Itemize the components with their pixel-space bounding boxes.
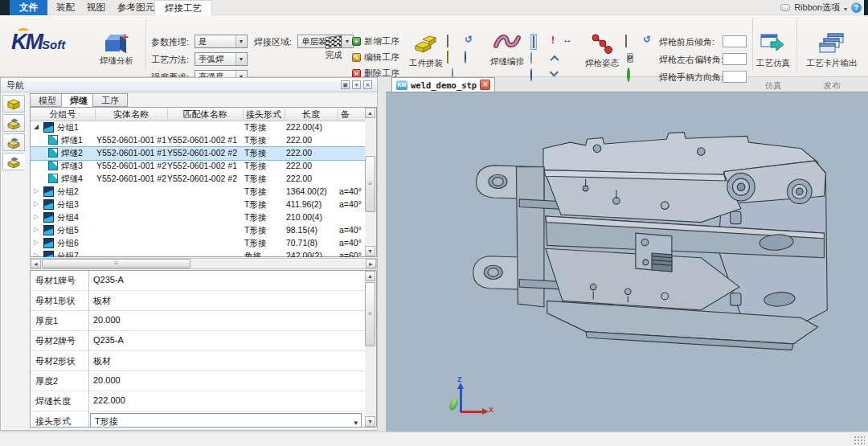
expander-icon[interactable] — [34, 187, 39, 194]
navigator-panel: 导航 ▣ ▾ ✕ 模型 焊缝 工序 分组号 实体名称 匹配体名称 接头形式 长度… — [0, 77, 378, 431]
3d-canvas[interactable]: Z X — [386, 92, 868, 432]
move-up-icon[interactable] — [551, 53, 558, 64]
table-row-weld4[interactable]: 焊缝4 Y552-0601-001 #2 Y552-0601-002 #2 T形… — [31, 173, 365, 186]
scroll-down-icon[interactable] — [365, 416, 375, 427]
group-icon — [43, 122, 54, 133]
group-icon — [43, 212, 54, 223]
tree-hscrollbar[interactable] — [30, 258, 377, 269]
edit-operation-button[interactable]: ✎编辑工序 — [352, 51, 399, 63]
plan-flag-icon[interactable] — [447, 35, 448, 47]
scroll-right-icon[interactable] — [366, 259, 376, 268]
scroll-down-icon[interactable] — [365, 246, 375, 256]
resize-grip[interactable] — [854, 436, 865, 444]
col-remark[interactable]: 备 — [338, 108, 365, 121]
scroll-up-icon[interactable] — [365, 108, 375, 118]
torch-yaw-input[interactable] — [723, 53, 747, 65]
prop-row[interactable]: 厚度1 20.000 — [31, 311, 365, 331]
weld-arrange-button[interactable]: 焊缝编排 — [485, 33, 529, 68]
prop-row[interactable]: 母材1形状 板材 — [31, 291, 365, 311]
status-bar — [0, 432, 868, 446]
arrange-ball-white-icon[interactable] — [530, 52, 532, 63]
tree-vscrollbar[interactable] — [365, 108, 376, 256]
plan-ball-blue-icon[interactable] — [465, 51, 466, 63]
table-row-group1[interactable]: 分组1 T形接 222.00(4) — [31, 121, 365, 134]
col-length[interactable]: 长度 — [285, 108, 338, 121]
table-row-group7[interactable]: 分组7 角接 242.00(2) a=60° — [31, 250, 365, 257]
axis-z-arrow — [460, 385, 462, 412]
expander-icon[interactable] — [34, 213, 39, 220]
strip-model-cube-button[interactable] — [2, 95, 25, 113]
tab-model[interactable]: 模型 — [30, 93, 65, 107]
process-simulation-button[interactable]: 工艺仿真 — [752, 33, 794, 69]
add-operation-button[interactable]: +新增工序 — [352, 35, 399, 47]
expander-icon[interactable] — [34, 252, 39, 257]
tab-process[interactable]: 工序 — [92, 93, 128, 107]
panel-pin-icon[interactable]: ▾ — [352, 80, 361, 89]
spray-icon[interactable] — [447, 51, 448, 63]
edit-icon: ✎ — [352, 53, 361, 62]
prop-row[interactable]: 母材2形状 板材 — [31, 351, 365, 371]
prop-vscrollbar[interactable] — [365, 271, 376, 427]
document-close-icon[interactable]: ✕ — [480, 80, 490, 90]
measure-icon[interactable]: ↔ — [563, 35, 572, 44]
joint-type-combo[interactable]: T形接 — [90, 413, 362, 428]
col-mate[interactable]: 匹配体名称 — [167, 108, 243, 121]
ribbon-options-dropdown-icon[interactable] — [844, 2, 847, 14]
prop-row[interactable]: 母材2牌号 Q235-A — [31, 331, 365, 351]
table-row-group4[interactable]: 分组4 T形接 210.00(4) — [31, 211, 365, 224]
document-tab[interactable]: KM weld_demo_stp ✕ — [391, 77, 495, 92]
table-row-group6[interactable]: 分组6 T形接 70.71(8) a=40° — [31, 237, 365, 250]
card-output-button[interactable]: 工艺卡片输出 — [800, 33, 863, 69]
tab-weld[interactable]: 焊缝 — [61, 93, 96, 107]
axis-x-label: X — [489, 406, 493, 414]
workpiece-assembly-icon — [413, 33, 439, 54]
arrange-flag-icon[interactable] — [530, 34, 537, 50]
plan-undo-icon[interactable]: ↺ — [465, 34, 473, 45]
torch-pitch-input[interactable] — [723, 35, 747, 47]
param-method-combo[interactable]: 手弧焊 — [194, 52, 248, 66]
3d-model[interactable] — [470, 123, 832, 382]
strip-part3-button[interactable] — [2, 153, 25, 170]
strip-part1-button[interactable] — [2, 114, 25, 132]
prop-row[interactable]: 厚度2 20.000 — [31, 371, 365, 391]
finish-flag-icon — [326, 35, 342, 49]
ribbon-options-button[interactable]: Ribbon选项 — [794, 2, 840, 14]
table-row-weld3[interactable]: 焊缝3 Y552-0601-001 #2 Y552-0601-002 #1 T形… — [31, 160, 365, 173]
table-row-group3[interactable]: 分组3 T形接 411.96(2) a=40° — [31, 198, 365, 211]
expander-icon[interactable] — [34, 200, 39, 207]
help-icon[interactable]: ? — [851, 2, 862, 13]
table-row-weld1[interactable]: 焊缝1 Y552-0601-001 #1 Y552-0601-002 #1 T形… — [31, 134, 365, 147]
expander-icon[interactable] — [34, 226, 39, 233]
collapse-ribbon-icon[interactable] — [780, 4, 790, 11]
col-joint[interactable]: 接头形式 — [243, 108, 285, 121]
torch-undo-icon[interactable]: ↺ — [643, 34, 651, 45]
panel-float-icon[interactable]: ▣ — [341, 80, 350, 89]
torch-paint-icon[interactable]: P — [627, 51, 633, 63]
workpiece-assembly-button[interactable]: 工件拼装 — [404, 33, 448, 69]
torch-flag-icon[interactable] — [625, 35, 627, 47]
scroll-left-icon[interactable] — [31, 259, 41, 268]
prop-row[interactable]: 母材1牌号 Q235-A — [31, 271, 365, 291]
torch-pose-button[interactable]: 焊枪姿态 — [583, 33, 620, 69]
scroll-up-icon[interactable] — [365, 271, 375, 281]
warning-icon[interactable]: ! — [551, 35, 555, 46]
panel-close-icon[interactable]: ✕ — [363, 80, 372, 89]
col-entity[interactable]: 实体名称 — [95, 108, 167, 121]
prop-row[interactable]: 焊缝长度 222.000 — [31, 391, 365, 411]
table-row-group2[interactable]: 分组2 T形接 1364.00(2) a=40° — [31, 186, 365, 198]
prop-vscroll-thumb[interactable] — [365, 282, 375, 346]
table-row-weld2-selected[interactable]: 焊缝2 Y552-0601-001 #1 Y552-0601-002 #2 T形… — [31, 147, 365, 160]
strip-part2-button[interactable] — [2, 133, 25, 151]
tree-hscroll-thumb[interactable] — [42, 259, 190, 268]
col-group[interactable]: 分组号 — [31, 108, 95, 121]
menu-tab-file[interactable]: 文件 — [10, 0, 47, 15]
expander-icon[interactable] — [34, 123, 39, 130]
table-row-group5[interactable]: 分组5 T形接 98.15(4) a=40° — [31, 224, 365, 237]
finish-button[interactable]: 完成 — [320, 36, 347, 61]
param-infer-combo[interactable]: 是 — [194, 35, 248, 48]
prop-row-joint-type[interactable]: 接头形式 T形接 — [31, 411, 365, 428]
expander-icon[interactable] — [34, 239, 39, 246]
menu-tab-weld-process[interactable]: 焊接工艺 — [154, 0, 212, 15]
weld-analysis-button[interactable]: + 焊缝分析 — [95, 33, 138, 67]
tree-vscroll-thumb[interactable] — [365, 156, 375, 212]
